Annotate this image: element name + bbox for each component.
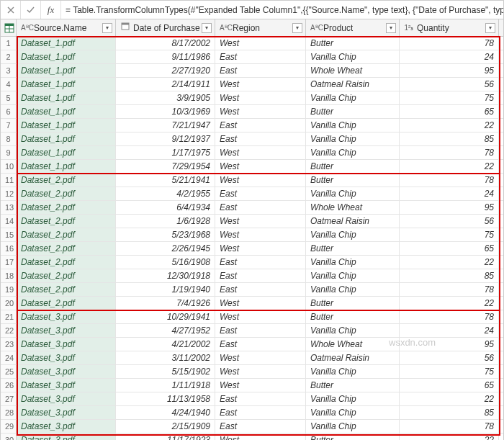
cell-date[interactable]: 1/17/1975 [116,146,215,159]
cell-region[interactable]: West [215,91,306,104]
cell-quantity[interactable]: 65 [400,242,499,255]
cell-region[interactable]: West [215,78,306,91]
cell-source[interactable]: Dataset_2.pdf [17,174,116,187]
table-row[interactable]: 18Dataset_2.pdf12/30/1918EastVanilla Chi… [1,269,503,283]
cell-product[interactable]: Vanilla Chip [306,119,400,132]
row-number[interactable]: 5 [1,91,17,104]
table-row[interactable]: 28Dataset_3.pdf4/24/1940EastVanilla Chip… [1,406,503,420]
row-number[interactable]: 16 [1,242,17,255]
cell-quantity[interactable]: 75 [400,365,499,378]
cell-region[interactable]: East [215,133,306,145]
table-row[interactable]: 12Dataset_2.pdf4/2/1955EastVanilla Chip2… [1,187,503,201]
cell-source[interactable]: Dataset_2.pdf [17,187,116,200]
cell-quantity[interactable]: 56 [400,351,499,364]
filter-button[interactable]: ▾ [485,23,495,33]
row-number[interactable]: 12 [1,187,17,200]
cell-source[interactable]: Dataset_1.pdf [17,119,116,132]
table-row[interactable]: 16Dataset_2.pdf2/26/1945WestButter65 [1,242,503,256]
cell-quantity[interactable]: 78 [400,310,499,323]
cell-source[interactable]: Dataset_3.pdf [17,420,116,433]
table-row[interactable]: 13Dataset_2.pdf6/4/1934EastWhole Wheat95 [1,201,503,215]
table-row[interactable]: 10Dataset_1.pdf7/29/1954WestButter22 [1,160,503,174]
cell-source[interactable]: Dataset_3.pdf [17,365,116,378]
cell-region[interactable]: West [215,174,306,187]
row-number[interactable]: 13 [1,201,17,214]
cell-product[interactable]: Butter [306,297,400,310]
cell-region[interactable]: East [215,338,306,351]
row-number[interactable]: 7 [1,119,17,132]
column-header-region[interactable]: AᴮC Region ▾ [215,19,306,36]
cell-region[interactable]: West [215,297,306,310]
cell-region[interactable]: West [215,105,306,118]
row-number[interactable]: 28 [1,406,17,419]
cell-date[interactable]: 2/15/1909 [116,420,215,433]
cell-date[interactable]: 4/24/1940 [116,406,215,419]
filter-button[interactable]: ▾ [102,23,112,33]
cell-product[interactable]: Vanilla Chip [306,283,400,296]
table-row[interactable]: 22Dataset_3.pdf4/27/1952EastVanilla Chip… [1,324,503,338]
cell-source[interactable]: Dataset_3.pdf [17,379,116,392]
fx-icon[interactable]: fx [41,1,61,19]
cell-quantity[interactable]: 78 [400,420,499,433]
row-number[interactable]: 6 [1,105,17,118]
cell-region[interactable]: East [215,256,306,269]
cell-region[interactable]: West [215,160,306,173]
row-number[interactable]: 30 [1,434,17,440]
cell-source[interactable]: Dataset_2.pdf [17,228,116,241]
row-number[interactable]: 9 [1,146,17,159]
row-number[interactable]: 18 [1,269,17,282]
cell-quantity[interactable]: 22 [400,297,499,310]
cell-date[interactable]: 12/30/1918 [116,269,215,282]
cell-source[interactable]: Dataset_1.pdf [17,133,116,145]
cell-region[interactable]: West [215,379,306,392]
table-row[interactable]: 6Dataset_1.pdf10/3/1969WestButter65 [1,105,503,119]
cell-source[interactable]: Dataset_2.pdf [17,269,116,282]
cell-region[interactable]: East [215,269,306,282]
row-number[interactable]: 19 [1,283,17,296]
cell-source[interactable]: Dataset_2.pdf [17,201,116,214]
cell-source[interactable]: Dataset_3.pdf [17,392,116,405]
cell-date[interactable]: 5/23/1968 [116,228,215,241]
cell-region[interactable]: East [215,64,306,77]
cell-product[interactable]: Butter [306,242,400,255]
cell-source[interactable]: Dataset_2.pdf [17,215,116,228]
cell-date[interactable]: 2/27/1920 [116,64,215,77]
row-number[interactable]: 21 [1,310,17,323]
cell-region[interactable]: East [215,187,306,200]
cell-source[interactable]: Dataset_2.pdf [17,297,116,310]
cell-product[interactable]: Butter [306,434,400,440]
cell-source[interactable]: Dataset_1.pdf [17,78,116,91]
cell-source[interactable]: Dataset_1.pdf [17,50,116,63]
column-header-date[interactable]: Date of Purchase ▾ [116,19,215,36]
table-row[interactable]: 4Dataset_1.pdf2/14/1911WestOatmeal Raisi… [1,78,503,91]
cell-date[interactable]: 2/26/1945 [116,242,215,255]
cell-product[interactable]: Whole Wheat [306,201,400,214]
cell-product[interactable]: Vanilla Chip [306,324,400,337]
cell-quantity[interactable]: 78 [400,283,499,296]
cell-quantity[interactable]: 85 [400,269,499,282]
cell-region[interactable]: East [215,406,306,419]
cell-region[interactable]: West [215,228,306,241]
row-number[interactable]: 11 [1,174,17,187]
cell-region[interactable]: West [215,434,306,440]
cell-quantity[interactable]: 85 [400,406,499,419]
row-number[interactable]: 1 [1,37,17,50]
cell-product[interactable]: Oatmeal Raisin [306,78,400,91]
cell-quantity[interactable]: 22 [400,392,499,405]
cell-product[interactable]: Butter [306,37,400,50]
cell-date[interactable]: 6/4/1934 [116,201,215,214]
table-row[interactable]: 11Dataset_2.pdf5/21/1941WestButter78 [1,174,503,187]
cell-source[interactable]: Dataset_3.pdf [17,434,116,440]
cell-product[interactable]: Butter [306,174,400,187]
cell-source[interactable]: Dataset_3.pdf [17,310,116,323]
row-number[interactable]: 15 [1,228,17,241]
cell-source[interactable]: Dataset_2.pdf [17,242,116,255]
row-number[interactable]: 23 [1,338,17,351]
cell-region[interactable]: West [215,365,306,378]
row-number[interactable]: 25 [1,365,17,378]
cell-region[interactable]: East [215,324,306,337]
formula-cancel-button[interactable] [1,1,21,19]
cell-quantity[interactable]: 22 [400,434,499,440]
cell-product[interactable]: Butter [306,105,400,118]
formula-accept-button[interactable] [21,1,41,19]
